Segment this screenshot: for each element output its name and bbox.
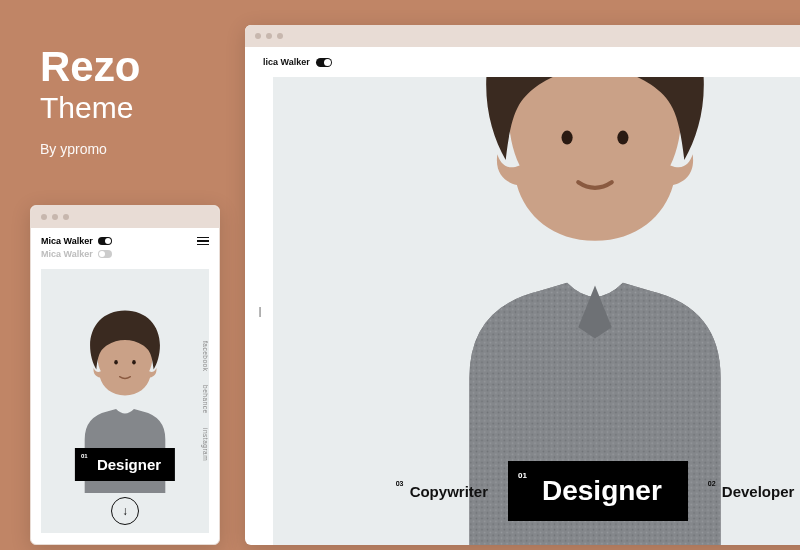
scroll-down-button[interactable]: ↓	[111, 497, 139, 525]
role-number: 01	[81, 453, 88, 459]
traffic-light-icon	[63, 214, 69, 220]
role-designer-badge[interactable]: 01 Designer	[508, 461, 688, 521]
theme-toggle[interactable]	[316, 58, 332, 67]
theme-title: Rezo	[40, 45, 140, 89]
role-copywriter[interactable]: 03 Copywriter	[396, 483, 488, 500]
role-number: 03	[396, 480, 404, 487]
social-link-behance[interactable]: behance	[202, 385, 209, 413]
left-rail: ||	[245, 77, 273, 545]
theme-toggle[interactable]	[98, 237, 112, 245]
svg-point-5	[114, 360, 118, 364]
site-name: Mica Walker	[41, 236, 93, 246]
svg-point-1	[617, 131, 628, 145]
hamburger-menu-icon[interactable]	[197, 237, 209, 246]
traffic-light-icon	[41, 214, 47, 220]
roles-row: 03 Copywriter 01 Designer 02 Developer	[273, 461, 800, 521]
theme-subtitle: Theme	[40, 91, 140, 125]
hero-area: 03 Copywriter 01 Designer 02 Developer	[273, 77, 800, 545]
window-titlebar	[245, 25, 800, 47]
traffic-light-icon	[255, 33, 261, 39]
role-label: Copywriter	[410, 483, 488, 500]
svg-point-6	[132, 360, 136, 364]
theme-toggle-off[interactable]	[98, 250, 112, 258]
social-link-facebook[interactable]: facebook	[202, 341, 209, 371]
social-rail-mobile: facebook behance instagram	[202, 341, 209, 461]
role-developer[interactable]: 02 Developer	[708, 483, 795, 500]
svg-point-0	[562, 131, 573, 145]
role-number: 01	[518, 471, 527, 480]
traffic-light-icon	[277, 33, 283, 39]
drag-handle-icon[interactable]: ||	[258, 306, 259, 317]
desktop-preview-window: lica Walker martin@designer.com ||	[245, 25, 800, 545]
site-name: lica Walker	[263, 57, 310, 67]
theme-byline: By ypromo	[40, 141, 140, 157]
traffic-light-icon	[52, 214, 58, 220]
role-label: Designer	[542, 475, 662, 506]
site-header: lica Walker martin@designer.com	[245, 47, 800, 77]
site-name-faded: Mica Walker	[41, 249, 93, 259]
social-link-instagram[interactable]: instagram	[202, 428, 209, 461]
traffic-light-icon	[266, 33, 272, 39]
role-designer-badge[interactable]: 01 Designer	[75, 448, 175, 481]
promo-block: Rezo Theme By ypromo	[40, 45, 140, 157]
window-titlebar	[31, 206, 219, 228]
role-label: Developer	[722, 483, 795, 500]
mobile-preview-window: Mica Walker Mica Walker	[30, 205, 220, 545]
role-number: 02	[708, 480, 716, 487]
role-label: Designer	[97, 456, 161, 473]
arrow-down-icon: ↓	[122, 504, 128, 518]
hero-area-mobile: facebook behance instagram 01 Designer ↓	[41, 269, 209, 533]
site-header-mobile: Mica Walker Mica Walker	[31, 228, 219, 261]
